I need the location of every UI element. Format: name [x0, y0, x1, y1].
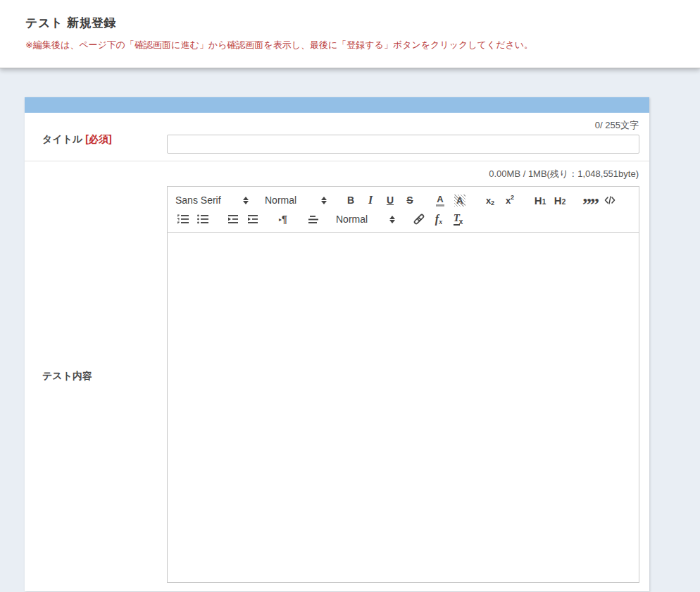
italic-button[interactable]: I: [361, 192, 380, 209]
toolbar-row-2: ▸¶: [173, 211, 633, 228]
text-direction-button[interactable]: ▸¶: [273, 211, 293, 228]
bold-icon: B: [347, 195, 354, 206]
heading-picker-label: Normal: [265, 195, 296, 206]
align-picker-button[interactable]: [304, 211, 323, 228]
text-color-icon: A: [436, 195, 444, 206]
ordered-list-icon: [177, 214, 189, 225]
indent-icon: [246, 214, 259, 225]
clean-format-mark: x: [459, 218, 463, 226]
content-field-label: テスト内容: [42, 370, 92, 383]
size-picker-label: Normal: [336, 214, 368, 225]
content-field-label-cell: テスト内容: [25, 161, 167, 591]
block-group: ””: [580, 192, 620, 209]
updown-arrows-icon: [243, 197, 249, 204]
link-button[interactable]: [409, 211, 429, 228]
align-group: [304, 211, 323, 228]
heading-picker[interactable]: Normal: [263, 192, 330, 209]
direction-group: ▸¶: [273, 211, 293, 228]
editor-content-area[interactable]: [168, 233, 639, 582]
title-field-row: タイトル[必須] 0/ 255文字: [25, 113, 649, 161]
code-block-button[interactable]: [600, 192, 620, 209]
page-title: テスト 新規登録: [0, 0, 700, 31]
page-header: テスト 新規登録 ※編集後は、ページ下の「確認画面に進む」から確認画面を表示し、…: [0, 0, 700, 68]
font-group: Sans Serif: [173, 192, 252, 209]
title-input[interactable]: [167, 135, 639, 154]
h2-icon: H: [554, 195, 562, 206]
heading-group: Normal: [263, 192, 330, 209]
superscript-icon: x: [506, 195, 511, 206]
content-field-row: テスト内容 0.00MB / 1MB(残り：1,048,551byte) San…: [25, 161, 649, 591]
subscript-icon: x: [486, 195, 491, 206]
h1-mark: 1: [542, 198, 546, 206]
header-buttons-group: H1 H2: [530, 192, 570, 209]
direction-icon: ▸: [279, 216, 282, 223]
superscript-mark: 2: [511, 194, 514, 201]
indent-button[interactable]: [243, 211, 263, 228]
updown-arrows-icon: [321, 197, 327, 204]
formula-mark: x: [439, 218, 442, 226]
subscript-button[interactable]: x2: [480, 192, 500, 209]
ordered-list-button[interactable]: [173, 211, 193, 228]
script-group: x2 x2: [480, 192, 520, 209]
form-panel: タイトル[必須] 0/ 255文字 テスト内容 0.00MB / 1MB(残り：…: [25, 97, 649, 591]
underline-button[interactable]: U: [380, 192, 400, 209]
content-field-cell: 0.00MB / 1MB(残り：1,048,551byte) Sans Seri…: [167, 161, 649, 591]
italic-icon: I: [368, 194, 373, 206]
panel-accent-bar: [25, 97, 649, 113]
title-field-label: タイトル: [42, 133, 82, 144]
superscript-button[interactable]: x2: [500, 192, 520, 209]
editor-toolbar: Sans Serif Normal: [168, 187, 639, 233]
main-area: タイトル[必須] 0/ 255文字 テスト内容 0.00MB / 1MB(残り：…: [0, 68, 700, 592]
content-size-counter: 0.00MB / 1MB(残り：1,048,551byte): [167, 167, 639, 183]
background-color-button[interactable]: A: [450, 192, 470, 209]
direction-pilcrow: ¶: [282, 214, 287, 225]
clean-format-button[interactable]: Tx: [449, 211, 468, 228]
background-color-icon: A: [454, 195, 465, 206]
font-picker-label: Sans Serif: [175, 195, 221, 206]
color-group: A A: [430, 192, 470, 209]
h2-mark: 2: [562, 198, 566, 206]
link-icon: [413, 213, 425, 226]
bullet-list-icon: [196, 214, 209, 225]
updown-arrows-icon: [389, 216, 395, 223]
indent-group: [223, 211, 263, 228]
title-field-label-cell: タイトル[必須]: [25, 113, 167, 161]
strikethrough-button[interactable]: S: [400, 192, 420, 209]
outdent-button[interactable]: [223, 211, 243, 228]
toolbar-row-1: Sans Serif Normal: [173, 192, 633, 209]
edit-warning-note: ※編集後は、ページ下の「確認画面に進む」から確認画面を表示し、最後に「登録する」…: [0, 31, 700, 51]
bold-button[interactable]: B: [341, 192, 361, 209]
text-color-button[interactable]: A: [430, 192, 450, 209]
code-block-icon: [604, 195, 615, 205]
align-icon: [308, 215, 319, 224]
insert-group: fx Tx: [409, 211, 468, 228]
font-picker[interactable]: Sans Serif: [173, 192, 252, 209]
rich-text-editor: Sans Serif Normal: [167, 186, 639, 583]
formula-button[interactable]: fx: [429, 211, 449, 228]
list-group: [173, 211, 213, 228]
strikethrough-icon: S: [406, 195, 413, 206]
size-group: Normal: [334, 211, 399, 228]
blockquote-button[interactable]: ””: [580, 192, 600, 209]
h1-button[interactable]: H1: [530, 192, 550, 209]
size-picker[interactable]: Normal: [334, 211, 399, 228]
subscript-mark: 2: [491, 199, 494, 206]
required-badge: [必須]: [85, 133, 111, 144]
bullet-list-button[interactable]: [193, 211, 213, 228]
title-field-cell: 0/ 255文字: [167, 113, 649, 161]
outdent-icon: [227, 214, 239, 225]
title-char-counter: 0/ 255文字: [167, 118, 639, 135]
underline-icon: U: [387, 195, 394, 206]
h1-icon: H: [535, 195, 542, 206]
inline-style-group: B I U S: [341, 192, 420, 209]
h2-button[interactable]: H2: [550, 192, 570, 209]
